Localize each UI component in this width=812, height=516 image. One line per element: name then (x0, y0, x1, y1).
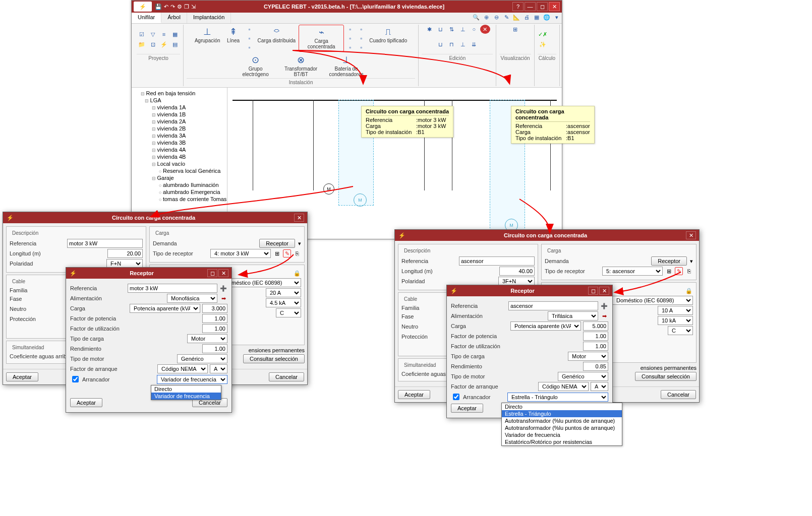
nema-select[interactable]: Código NEMA (157, 364, 208, 373)
maximize-icon[interactable]: ◻ (537, 2, 548, 11)
ribbon-icon[interactable]: ⊓ (447, 40, 457, 49)
toolbar-icon[interactable]: 🖨 (521, 13, 532, 22)
tipo-motor-select[interactable]: Genérico (177, 354, 227, 363)
dropdown-option[interactable]: Autotransformador (%lu puntos de arranqu… (502, 424, 622, 431)
domestico-select[interactable]: Doméstico (IEC 60898) (220, 278, 301, 287)
close-icon[interactable]: ✕ (686, 231, 696, 239)
minimize-icon[interactable]: — (525, 2, 536, 11)
close-icon[interactable] (549, 2, 560, 11)
ribbon-icon[interactable]: ⊥ (458, 40, 468, 49)
ribbon-icon[interactable]: ▫ (345, 43, 355, 52)
tree-leaf[interactable]: alumbrado Iluminación (134, 181, 225, 188)
btn-agrupacion[interactable]: ⊥Agrupación (193, 25, 222, 52)
dropdown-option[interactable]: Autotransformador (%lu puntos de arranqu… (502, 417, 622, 424)
carga-type-select[interactable]: Potencia aparente (kVA) (510, 321, 581, 331)
ribbon-icon[interactable]: ✨ (538, 40, 548, 49)
ka-select[interactable]: 10 kA (658, 316, 693, 325)
receptor-button[interactable]: Receptor (259, 239, 295, 248)
tab-unifilar[interactable]: Unifilar (132, 13, 161, 23)
ribbon-icon[interactable]: ▫ (356, 25, 366, 34)
tree-node[interactable]: vivienda 3B (134, 139, 225, 146)
carga-type-select[interactable]: Potencia aparente (kVA) (130, 304, 200, 313)
fu-input[interactable] (202, 324, 227, 333)
qat-undo-icon[interactable]: ↶ (164, 4, 168, 10)
ribbon-icon[interactable]: ⇊ (469, 40, 479, 49)
qat-icon[interactable]: ⇲ (191, 4, 196, 10)
ribbon-icon[interactable]: ▫ (356, 34, 366, 43)
close-icon[interactable]: ✕ (599, 287, 609, 295)
ribbon-icon[interactable]: ⇅ (447, 25, 457, 34)
dropdown-option[interactable]: Estatórico/Rotórico por resistencias (502, 438, 622, 445)
aceptar-button[interactable]: Aceptar (70, 398, 102, 407)
ribbon-icon[interactable]: ⊔ (436, 40, 446, 49)
export-icon[interactable]: ➡ (600, 312, 608, 320)
ribbon-icon[interactable]: ⊞ (510, 25, 520, 34)
carga-input[interactable] (202, 304, 227, 313)
btn-linea[interactable]: ⇞Línea (223, 25, 244, 52)
dropdown-option[interactable]: Variador de frecuencia (502, 431, 622, 438)
export-icon[interactable]: ➡ (219, 294, 227, 302)
toolbar-icon[interactable]: ▦ (532, 13, 542, 22)
alimentacion-select[interactable]: Trifásica (548, 311, 598, 320)
toolbar-icon[interactable]: ⊖ (491, 13, 501, 22)
arrancador-check[interactable] (453, 394, 459, 400)
tipo-carga-select[interactable]: Motor (568, 352, 608, 361)
ribbon-icon[interactable]: ▫ (245, 43, 255, 52)
longitud-input[interactable] (499, 267, 535, 276)
add-icon[interactable]: ⊞ (665, 267, 673, 275)
copy-icon[interactable]: ⎘ (685, 267, 693, 275)
fp-input[interactable] (583, 332, 608, 341)
tree-node[interactable]: vivienda 3A (134, 132, 225, 139)
ribbon-icon[interactable]: ▤ (170, 40, 180, 49)
aceptar-button[interactable]: Aceptar (398, 390, 430, 399)
dropdown-option[interactable]: Variador de frecuencia (151, 393, 221, 400)
rend-input[interactable] (202, 344, 227, 353)
tree-node[interactable]: vivienda 4A (134, 146, 225, 153)
tree-node[interactable]: vivienda 1A (134, 104, 225, 111)
help-icon[interactable]: ? (512, 2, 524, 11)
btn-carga-concentrada[interactable]: ⌁Carga concentrada (299, 25, 344, 52)
ka-select[interactable]: 4.5 kA (266, 298, 301, 307)
tree-leaf[interactable]: tomas de corriente Tomas (134, 196, 225, 203)
lock-icon[interactable]: 🔒 (293, 269, 301, 277)
longitud-input[interactable] (107, 249, 143, 258)
nema-select[interactable]: Código NEMA (538, 382, 589, 391)
ribbon-icon[interactable]: ▫ (245, 34, 255, 43)
ribbon-icon[interactable]: ▽ (148, 30, 158, 39)
ribbon-icon[interactable]: ○ (469, 25, 479, 34)
tree-leaf[interactable]: alumbrado Emergencia (134, 188, 225, 196)
add-icon[interactable]: ⊞ (273, 249, 281, 257)
arrancador-dropdown[interactable]: Directo Variador de frecuencia (151, 385, 221, 400)
ref-input[interactable] (508, 301, 598, 310)
edit-icon[interactable]: ✎ (283, 249, 291, 257)
edit-icon[interactable]: ✎ (675, 267, 683, 275)
tree-node[interactable]: vivienda 2A (134, 118, 225, 125)
btn-grupo[interactable]: ⊙Grupo electrógeno (234, 53, 278, 78)
import-icon[interactable]: ➕ (600, 302, 608, 310)
toolbar-icon[interactable]: 🌐 (542, 13, 552, 22)
btn-carga-distribuida[interactable]: ⌔Carga distribuida (256, 25, 298, 52)
ribbon-icon[interactable]: ⊔ (436, 25, 446, 34)
toolbar-icon[interactable]: 📐 (511, 13, 521, 22)
referencia-input[interactable] (67, 239, 143, 248)
amp-select[interactable]: 10 A (658, 306, 693, 315)
cancelar-button[interactable]: Cancelar (269, 372, 304, 381)
domestico-select[interactable]: Doméstico (IEC 60898) (612, 296, 693, 305)
dropdown-option[interactable]: Estrella - Triángulo (502, 410, 622, 417)
receptor-button[interactable]: Receptor (651, 256, 687, 266)
toolbar-icon[interactable]: ⊕ (481, 13, 491, 22)
toolbar-icon[interactable]: ▾ (552, 13, 562, 22)
nema-code-select[interactable]: A (210, 364, 227, 373)
arrancador-check[interactable] (72, 376, 79, 382)
close-icon[interactable]: ✕ (218, 269, 228, 277)
dropdown-option[interactable]: Directo (151, 385, 221, 393)
ribbon-icon[interactable]: ✱ (425, 25, 435, 34)
tipo-receptor-select[interactable]: 5: ascensor (602, 267, 663, 276)
ribbon-icon[interactable]: ▫ (245, 25, 255, 34)
copy-icon[interactable]: ⎘ (293, 249, 301, 257)
cancelar-button[interactable]: Cancelar (661, 390, 696, 399)
btn-bateria[interactable]: ⊥Batería de condensadores (324, 53, 369, 78)
maximize-icon[interactable]: ◻ (588, 287, 598, 295)
ref-input[interactable] (128, 284, 217, 293)
ribbon-icon[interactable]: ▫ (356, 43, 366, 52)
